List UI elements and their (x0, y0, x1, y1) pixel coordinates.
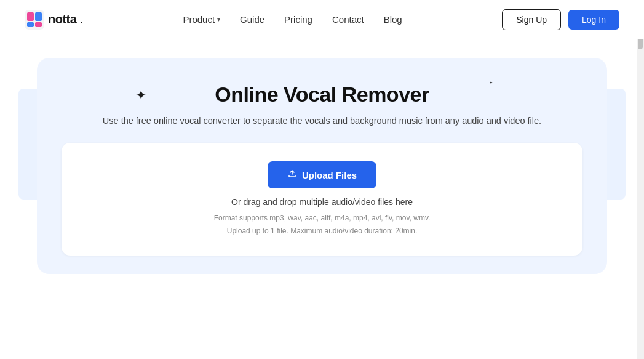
logo-dot: . (80, 14, 82, 25)
sparkle-left-icon: ✦ (135, 87, 146, 103)
upload-button[interactable]: Upload Files (268, 161, 376, 188)
format-text: Format supports mp3, wav, aac, aiff, m4a… (214, 212, 431, 237)
sparkle-small-icon: ✦ (489, 80, 493, 86)
main-nav: Product ▾ Guide Pricing Contact Blog (183, 14, 402, 25)
header: notta. Product ▾ Guide Pricing Contact B… (0, 0, 644, 39)
logo-icon (25, 10, 44, 30)
hero-title-area: ✦ ✦ Online Vocal Remover (62, 83, 582, 107)
logo[interactable]: notta. (25, 10, 83, 30)
nav-item-product[interactable]: Product ▾ (183, 14, 220, 25)
svg-rect-3 (27, 22, 34, 27)
drag-drop-text: Or drag and drop multiple audio/video fi… (231, 197, 413, 207)
login-button[interactable]: Log In (568, 10, 619, 30)
nav-item-guide[interactable]: Guide (240, 14, 264, 25)
hero-wrapper: ✦ ✦ Online Vocal Remover Use the free on… (37, 58, 607, 274)
svg-rect-2 (35, 12, 42, 21)
svg-rect-4 (35, 22, 42, 27)
chevron-down-icon: ▾ (217, 16, 220, 23)
nav-item-pricing[interactable]: Pricing (284, 14, 312, 25)
nav-item-contact[interactable]: Contact (332, 14, 364, 25)
nav-item-blog[interactable]: Blog (384, 14, 402, 25)
svg-rect-1 (27, 12, 34, 21)
upload-area: Upload Files Or drag and drop multiple a… (62, 143, 582, 256)
main-content: ✦ ✦ Online Vocal Remover Use the free on… (0, 39, 644, 274)
upload-icon (287, 169, 297, 181)
upload-button-label: Upload Files (302, 170, 357, 180)
hero-card: ✦ ✦ Online Vocal Remover Use the free on… (37, 58, 607, 274)
signup-button[interactable]: Sign Up (502, 9, 561, 30)
scrollbar[interactable] (637, 0, 644, 359)
logo-text: notta (48, 12, 76, 26)
hero-subtitle: Use the free online vocal converter to s… (62, 114, 582, 128)
header-actions: Sign Up Log In (502, 9, 619, 30)
